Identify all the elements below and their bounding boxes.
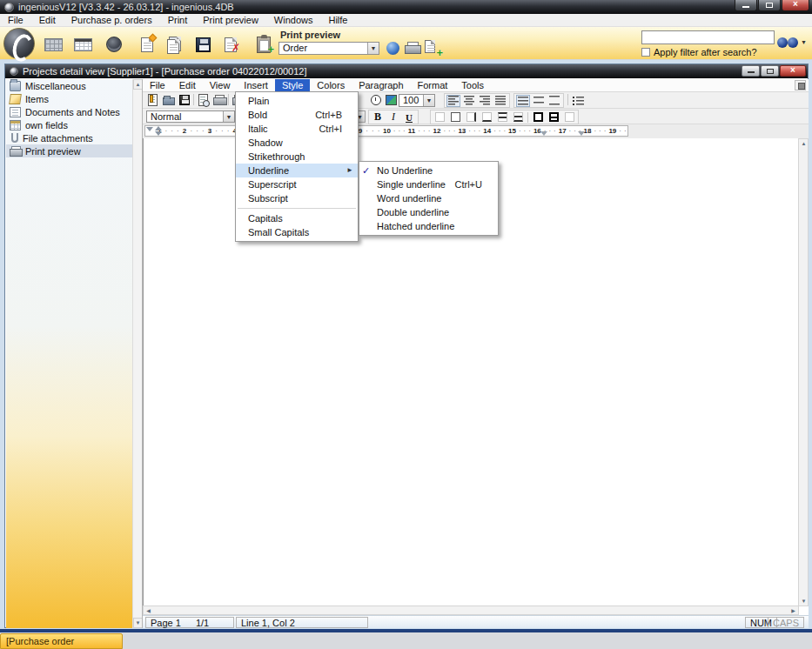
doc-restore-button[interactable]: [761, 65, 779, 77]
border-box-middle-button[interactable]: [547, 111, 560, 124]
menu-item-double-underline[interactable]: Double underline: [359, 205, 498, 219]
search-input[interactable]: [641, 30, 775, 44]
first-line-indent-marker-icon[interactable]: [155, 126, 162, 130]
globe-button[interactable]: [103, 34, 125, 55]
table-view-button[interactable]: [71, 34, 94, 55]
menu-item-strikethrough[interactable]: Strikethrough: [236, 150, 358, 164]
bold-button[interactable]: B: [371, 111, 385, 124]
zoom-combobox[interactable]: 100 ▼: [399, 94, 435, 107]
editor-menu-format[interactable]: Format: [411, 79, 455, 92]
editor-menu-view[interactable]: View: [203, 79, 238, 92]
menu-item-subscript[interactable]: Subscript: [236, 191, 358, 205]
menu-print-preview[interactable]: Print preview: [195, 14, 266, 27]
menu-item-capitals[interactable]: Capitals: [236, 211, 358, 225]
close-button[interactable]: ×: [782, 0, 809, 11]
editor-menu-insert[interactable]: Insert: [237, 79, 275, 92]
menu-item-single-underline[interactable]: Single underlineCtrl+U: [359, 177, 498, 191]
editor-menu-tools[interactable]: Tools: [454, 79, 491, 92]
menu-edit[interactable]: Edit: [31, 14, 64, 27]
duplicate-record-button[interactable]: [164, 34, 186, 55]
window-panel-icon[interactable]: [795, 80, 806, 90]
border-top-middle-button[interactable]: [495, 111, 509, 124]
menu-windows[interactable]: Windows: [266, 14, 321, 27]
clipboard-add-button[interactable]: +: [252, 34, 275, 55]
doc-minimize-button[interactable]: [742, 65, 760, 77]
align-justify-button[interactable]: [493, 95, 507, 107]
scroll-down-icon[interactable]: ▼: [799, 597, 809, 606]
border-middle-bottom-button[interactable]: [511, 111, 525, 124]
align-left-button[interactable]: [446, 95, 460, 107]
tab-stop-marker-icon[interactable]: [578, 131, 585, 136]
editor-menu-style[interactable]: Style: [275, 79, 310, 92]
scroll-right-icon[interactable]: ▶: [789, 606, 798, 615]
border-none-button[interactable]: [433, 111, 446, 124]
list-button[interactable]: [571, 93, 586, 107]
editor-menu-paragraph[interactable]: Paragraph: [352, 79, 410, 92]
sidebar-item-miscellaneous[interactable]: Miscellaneous: [6, 79, 132, 92]
sidebar-item-file-attachments[interactable]: File attachments: [6, 131, 132, 144]
sidebar-item-own-fields[interactable]: own fields: [6, 118, 132, 131]
vertical-scrollbar[interactable]: ▲ ▼: [798, 138, 809, 606]
scroll-left-icon[interactable]: ◀: [144, 606, 153, 615]
menu-item-word-underline[interactable]: Word underline: [359, 191, 498, 205]
search-options-chevron-icon[interactable]: ▼: [801, 39, 807, 45]
sidebar-item-documents-notes[interactable]: Documents and Notes: [6, 105, 132, 118]
single-spacing-button[interactable]: [516, 95, 530, 107]
menu-purchase-orders[interactable]: Purchase p. orders: [64, 14, 160, 27]
insert-picture-button[interactable]: [384, 93, 399, 107]
doc-close-button[interactable]: ×: [780, 65, 806, 77]
border-all-button[interactable]: [448, 111, 462, 124]
menu-file[interactable]: File: [0, 14, 31, 27]
align-right-button[interactable]: [478, 95, 492, 107]
one-half-spacing-button[interactable]: [532, 95, 546, 107]
sidebar-item-items[interactable]: Items: [6, 92, 132, 105]
menu-item-underline[interactable]: Underline►: [236, 164, 358, 177]
editor-menu-file[interactable]: File: [143, 79, 172, 92]
apply-filter-checkbox[interactable]: [641, 48, 650, 57]
double-spacing-button[interactable]: [547, 95, 561, 107]
paragraph-style-combobox[interactable]: Normal ▼: [146, 110, 235, 123]
align-center-button[interactable]: [462, 95, 476, 107]
left-indent-marker-icon[interactable]: [155, 131, 162, 136]
sidebar-item-print-preview[interactable]: Print preview: [6, 144, 132, 157]
tab-stop-marker-icon[interactable]: [540, 131, 547, 136]
menu-item-superscript[interactable]: Superscript: [236, 177, 358, 191]
tab-type-marker-icon[interactable]: [146, 127, 153, 131]
menu-hilfe[interactable]: Hilfe: [320, 14, 355, 27]
border-right-button[interactable]: [464, 111, 478, 124]
binoculars-search-button[interactable]: [777, 36, 798, 50]
menu-item-no-underline[interactable]: ✓No Underline: [359, 164, 498, 177]
maximize-button[interactable]: [758, 0, 781, 11]
export-page-button[interactable]: +: [420, 37, 443, 58]
menu-item-plain[interactable]: Plain: [236, 94, 358, 108]
editor-menu-colors[interactable]: Colors: [310, 79, 352, 92]
save-record-button[interactable]: [191, 34, 214, 55]
new-record-button[interactable]: [136, 34, 158, 55]
horizontal-scrollbar[interactable]: ◀ ▶: [143, 606, 799, 615]
new-page-button[interactable]: [145, 93, 160, 107]
print-preview-page-button[interactable]: [196, 93, 211, 107]
open-button[interactable]: [161, 93, 176, 107]
menu-item-shadow[interactable]: Shadow: [236, 136, 358, 150]
save-doc-button[interactable]: [177, 93, 191, 107]
menu-item-italic[interactable]: ItalicCtrl+I: [236, 122, 358, 136]
menu-item-hatched-underline[interactable]: Hatched underline: [359, 219, 498, 233]
scroll-up-icon[interactable]: ▲: [799, 139, 809, 148]
italic-button[interactable]: I: [386, 111, 400, 124]
menu-print[interactable]: Print: [160, 14, 196, 27]
editor-menu-edit[interactable]: Edit: [172, 79, 203, 92]
menu-item-bold[interactable]: BoldCtrl+B: [236, 108, 358, 122]
menu-item-small-capitals[interactable]: Small Capitals: [236, 225, 358, 239]
border-bottom-button[interactable]: [480, 111, 493, 124]
sidebar-scrollbar[interactable]: ▲ ▼: [132, 79, 142, 628]
delete-record-button[interactable]: ✗: [219, 34, 242, 55]
border-light-button[interactable]: [562, 111, 576, 124]
underline-button[interactable]: U: [402, 111, 416, 124]
time-button[interactable]: [368, 93, 383, 107]
print-doc-button[interactable]: [211, 93, 226, 107]
border-box-button[interactable]: [531, 111, 545, 124]
grid-view-button[interactable]: [42, 34, 64, 55]
print-preview-combobox[interactable]: Order ▼: [278, 42, 379, 55]
active-document-tab[interactable]: [Purchase order 04022012/00012]: [0, 633, 123, 649]
minimize-button[interactable]: [735, 0, 757, 11]
